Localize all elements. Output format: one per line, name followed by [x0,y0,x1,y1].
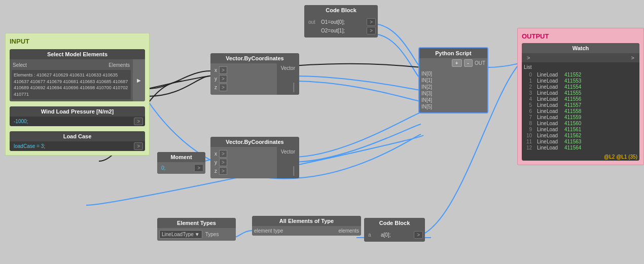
select-output-port[interactable]: ▶ [137,78,141,83]
code-line1: O1=out[0]; [319,19,367,25]
python-in3: IN[3] [421,91,432,96]
watch-items-container: 0 LineLoad 411552 1 LineLoad 411553 2 Li… [524,72,637,150]
moment-node: Moment 0; > [157,152,205,174]
code-block-bottom-header: Code Block [364,218,425,228]
code-block-bottom-node: Code Block a a[0]; > [364,218,425,242]
watch-list-item: 11 LineLoad 411563 [524,139,637,144]
python-minus-btn[interactable]: - [464,59,473,67]
python-in0: IN[0] [421,71,432,77]
watch-item-type: LineLoad [534,133,564,138]
python-plus-btn[interactable]: + [452,59,462,67]
select-model-header: Select Model Elements [10,49,145,59]
watch-item-value: 411560 [564,121,581,126]
vector2-output-port: | [281,165,295,176]
python-ports: IN[0] IN[1] IN[2] IN[3] IN[4] IN[5] [419,68,487,112]
code-bottom-a-label: a [366,232,379,238]
watch-item-value: 411553 [564,78,581,84]
watch-input-arrow[interactable]: > [524,54,533,61]
watch-list-item: 6 LineLoad 411558 [524,108,637,114]
watch-item-idx: 11 [524,139,534,144]
watch-list-item: 10 LineLoad 411562 [524,133,637,138]
watch-footer-count: (35) [628,154,637,160]
vector1-port-z: z [212,84,219,91]
select-label: Select [13,62,27,68]
watch-item-value: 411558 [564,108,581,114]
watch-item-idx: 0 [524,72,534,78]
code-top-arrow2[interactable]: > [367,27,376,34]
python-script-node: Python Script + - OUT IN[0] IN[1] IN[2] … [418,47,488,114]
code-block-top-header: Code Block [304,5,378,15]
moment-value[interactable]: 0; [159,164,194,172]
all-elements-header: All Elements of Type [252,216,361,226]
elements-list: Elements : 410627 410629 410631 410633 4… [12,70,131,99]
watch-item-value: 411559 [564,115,581,120]
input-area: INPUT Select Model Elements Select Eleme… [5,33,150,156]
wind-load-header: Wind Load Pressure [N/m2] [10,106,145,117]
watch-list-item: 2 LineLoad 411554 [524,84,637,90]
watch-item-value: 411561 [564,127,581,132]
code-block-top-node: Code Block out O1=out[0]; > O2=out[1]; > [304,5,378,37]
dropdown-value: LineLoadType [162,232,194,237]
watch-item-value: 411562 [564,133,581,138]
watch-item-type: LineLoad [534,115,564,120]
watch-item-idx: 8 [524,121,534,126]
watch-item-value: 411556 [564,96,581,102]
vector1-arrow-z[interactable]: > [219,84,227,91]
vector1-header: Vector.ByCoordinates [210,53,299,63]
vector1-node: Vector.ByCoordinates x > y > z > Vector … [210,53,299,95]
wind-load-value[interactable]: -1000; [12,118,134,125]
watch-item-type: LineLoad [534,139,564,144]
all-elements-port-out: elements [338,228,359,234]
watch-item-type: LineLoad [534,121,564,126]
watch-footer-note: @L2 @L1 [604,154,627,160]
vector2-arrow-x[interactable]: > [219,150,227,158]
watch-item-type: LineLoad [534,127,564,132]
vector1-arrow-x[interactable]: > [219,66,227,74]
python-in4: IN[4] [421,97,432,103]
vector2-output-label: Vector [281,149,295,155]
vector2-arrow-y[interactable]: > [219,159,227,166]
wind-load-node: Wind Load Pressure [N/m2] -1000; > [10,106,145,126]
vector2-header: Vector.ByCoordinates [210,137,299,147]
load-case-node: Load Case loadCase = 3; > [10,131,145,151]
code-top-arrow1[interactable]: > [367,18,376,26]
watch-list-label: List [524,64,637,70]
watch-item-idx: 12 [524,145,534,150]
watch-list-item: 9 LineLoad 411561 [524,127,637,132]
watch-footer: @L2 @L1 (35) [522,153,639,161]
watch-item-idx: 2 [524,84,534,90]
watch-item-value: 411563 [564,139,581,144]
watch-item-value: 411554 [564,84,581,90]
code-bottom-arrow[interactable]: > [414,231,423,239]
watch-item-type: LineLoad [534,108,564,114]
watch-item-type: LineLoad [534,72,564,78]
vector2-node: Vector.ByCoordinates x > y > z > Vector … [210,137,299,178]
watch-output-arrow[interactable]: > [628,54,637,61]
watch-item-idx: 4 [524,96,534,102]
output-label: OUTPUT [522,32,639,40]
watch-item-idx: 3 [524,90,534,96]
watch-item-idx: 7 [524,115,534,120]
vector1-arrow-y[interactable]: > [219,75,227,83]
vector1-port-x: x [212,67,219,73]
watch-list-item: 0 LineLoad 411552 [524,72,637,78]
watch-item-value: 411555 [564,90,581,96]
watch-item-type: LineLoad [534,84,564,90]
code-out-label: out [306,19,319,25]
watch-item-value: 411552 [564,72,581,78]
moment-arrow[interactable]: > [194,164,203,172]
python-out-label: OUT [475,60,485,66]
code-bottom-code: a[0]; [379,232,414,238]
watch-item-idx: 10 [524,133,534,138]
load-case-header: Load Case [10,131,145,141]
vector2-arrow-z[interactable]: > [219,167,227,175]
load-case-arrow[interactable]: > [134,142,143,150]
wind-load-arrow[interactable]: > [134,118,143,125]
select-model-node: Select Model Elements Select Elements El… [10,49,145,101]
load-case-value[interactable]: loadCase = 3; [12,142,134,150]
element-types-dropdown[interactable]: LineLoadType ▼ [159,230,202,239]
watch-item-type: LineLoad [534,96,564,102]
watch-item-type: LineLoad [534,102,564,108]
output-area: OUTPUT Watch > > List 0 LineLoad 411552 … [517,28,644,165]
watch-item-type: LineLoad [534,145,564,150]
